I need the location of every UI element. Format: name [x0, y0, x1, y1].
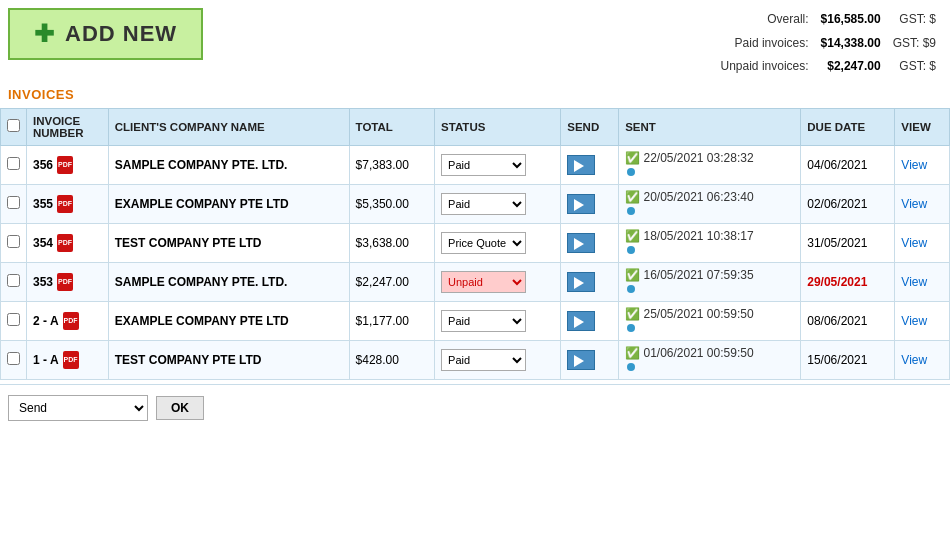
- row-checkbox-cell: [1, 340, 27, 379]
- row-checkbox[interactable]: [7, 274, 20, 287]
- invoice-number-cell: 1 - APDF: [27, 340, 109, 379]
- send-button[interactable]: [567, 233, 595, 253]
- send-cell: [561, 262, 619, 301]
- due-date-cell: 02/06/2021: [801, 184, 895, 223]
- view-link[interactable]: View: [901, 236, 927, 250]
- row-checkbox[interactable]: [7, 235, 20, 248]
- status-select[interactable]: PaidUnpaidPrice Quote: [441, 154, 526, 176]
- send-button[interactable]: [567, 155, 595, 175]
- company-name: SAMPLE COMPANY PTE. LTD.: [115, 158, 288, 172]
- sent-cell: ✅ 25/05/2021 00:59:50: [619, 301, 801, 340]
- sent-cell: ✅ 01/06/2021 00:59:50: [619, 340, 801, 379]
- send-button[interactable]: [567, 311, 595, 331]
- view-cell: View: [895, 145, 950, 184]
- sent-cell: ✅ 16/05/2021 07:59:35: [619, 262, 801, 301]
- view-cell: View: [895, 301, 950, 340]
- invoice-number-cell: 2 - APDF: [27, 301, 109, 340]
- ok-button[interactable]: OK: [156, 396, 204, 420]
- overall-gst: GST: $: [887, 8, 942, 32]
- invoice-number: 354PDF: [33, 234, 102, 252]
- status-cell: UnpaidPaidPrice Quote: [435, 262, 561, 301]
- row-checkbox[interactable]: [7, 313, 20, 326]
- company-name-cell: SAMPLE COMPANY PTE. LTD.: [108, 262, 349, 301]
- invoice-number: 353PDF: [33, 273, 102, 291]
- header-invoice-number: INVOICENUMBER: [27, 108, 109, 145]
- sent-dot: [627, 207, 635, 215]
- total-cell: $5,350.00: [349, 184, 434, 223]
- send-cell: [561, 145, 619, 184]
- pdf-icon[interactable]: PDF: [57, 234, 73, 252]
- header-total: TOTAL: [349, 108, 434, 145]
- table-row: 356PDFSAMPLE COMPANY PTE. LTD.$7,383.00P…: [1, 145, 950, 184]
- view-cell: View: [895, 340, 950, 379]
- send-arrow-icon: [574, 160, 584, 172]
- company-name-cell: TEST COMPANY PTE LTD: [108, 223, 349, 262]
- send-arrow-icon: [574, 238, 584, 250]
- invoices-table: INVOICENUMBER CLIENT'S COMPANY NAME TOTA…: [0, 108, 950, 380]
- send-button[interactable]: [567, 272, 595, 292]
- add-new-button[interactable]: ✚ ADD NEW: [8, 8, 203, 60]
- status-cell: Price QuotePaidUnpaid: [435, 223, 561, 262]
- send-button[interactable]: [567, 350, 595, 370]
- summary-box: Overall: $16,585.00 GST: $ Paid invoices…: [715, 8, 942, 79]
- status-cell: PaidUnpaidPrice Quote: [435, 184, 561, 223]
- pdf-icon[interactable]: PDF: [57, 156, 73, 174]
- table-row: 2 - APDFEXAMPLE COMPANY PTE LTD$1,177.00…: [1, 301, 950, 340]
- company-name: EXAMPLE COMPANY PTE LTD: [115, 314, 289, 328]
- status-select[interactable]: Price QuotePaidUnpaid: [441, 232, 526, 254]
- company-name: SAMPLE COMPANY PTE. LTD.: [115, 275, 288, 289]
- pdf-icon[interactable]: PDF: [63, 312, 79, 330]
- company-name-cell: SAMPLE COMPANY PTE. LTD.: [108, 145, 349, 184]
- unpaid-gst: GST: $: [887, 55, 942, 79]
- pdf-icon[interactable]: PDF: [63, 351, 79, 369]
- company-name-cell: TEST COMPANY PTE LTD: [108, 340, 349, 379]
- header-company-name: CLIENT'S COMPANY NAME: [108, 108, 349, 145]
- company-name: TEST COMPANY PTE LTD: [115, 353, 262, 367]
- view-link[interactable]: View: [901, 197, 927, 211]
- view-link[interactable]: View: [901, 353, 927, 367]
- due-date-cell: 08/06/2021: [801, 301, 895, 340]
- pdf-icon[interactable]: PDF: [57, 195, 73, 213]
- add-new-label: ADD NEW: [65, 21, 177, 47]
- row-checkbox-cell: [1, 184, 27, 223]
- invoice-number-cell: 356PDF: [27, 145, 109, 184]
- view-link[interactable]: View: [901, 275, 927, 289]
- row-checkbox[interactable]: [7, 157, 20, 170]
- footer-row: Send Mark as Paid Delete OK: [0, 384, 950, 431]
- invoice-number: 1 - APDF: [33, 351, 102, 369]
- row-checkbox[interactable]: [7, 196, 20, 209]
- send-cell: [561, 223, 619, 262]
- total-cell: $428.00: [349, 340, 434, 379]
- status-select[interactable]: PaidUnpaidPrice Quote: [441, 349, 526, 371]
- header-status: STATUS: [435, 108, 561, 145]
- due-date-cell: 04/06/2021: [801, 145, 895, 184]
- status-select[interactable]: PaidUnpaidPrice Quote: [441, 310, 526, 332]
- table-header-row: INVOICENUMBER CLIENT'S COMPANY NAME TOTA…: [1, 108, 950, 145]
- status-select[interactable]: UnpaidPaidPrice Quote: [441, 271, 526, 293]
- invoice-number: 356PDF: [33, 156, 102, 174]
- paid-gst: GST: $9: [887, 32, 942, 56]
- status-cell: PaidUnpaidPrice Quote: [435, 340, 561, 379]
- company-name-cell: EXAMPLE COMPANY PTE LTD: [108, 184, 349, 223]
- row-checkbox-cell: [1, 223, 27, 262]
- pdf-icon[interactable]: PDF: [57, 273, 73, 291]
- sent-dot: [627, 246, 635, 254]
- total-cell: $1,177.00: [349, 301, 434, 340]
- table-row: 1 - APDFTEST COMPANY PTE LTD$428.00PaidU…: [1, 340, 950, 379]
- row-checkbox[interactable]: [7, 352, 20, 365]
- send-cell: [561, 340, 619, 379]
- sent-cell: ✅ 18/05/2021 10:38:17: [619, 223, 801, 262]
- sent-dot: [627, 168, 635, 176]
- view-link[interactable]: View: [901, 314, 927, 328]
- bulk-action-select[interactable]: Send Mark as Paid Delete: [8, 395, 148, 421]
- view-link[interactable]: View: [901, 158, 927, 172]
- sent-check-icon: ✅: [625, 268, 640, 282]
- select-all-checkbox[interactable]: [7, 119, 20, 132]
- sent-dot: [627, 363, 635, 371]
- sent-dot: [627, 324, 635, 332]
- send-button[interactable]: [567, 194, 595, 214]
- overall-amount: $16,585.00: [815, 8, 887, 32]
- view-cell: View: [895, 262, 950, 301]
- status-select[interactable]: PaidUnpaidPrice Quote: [441, 193, 526, 215]
- row-checkbox-cell: [1, 145, 27, 184]
